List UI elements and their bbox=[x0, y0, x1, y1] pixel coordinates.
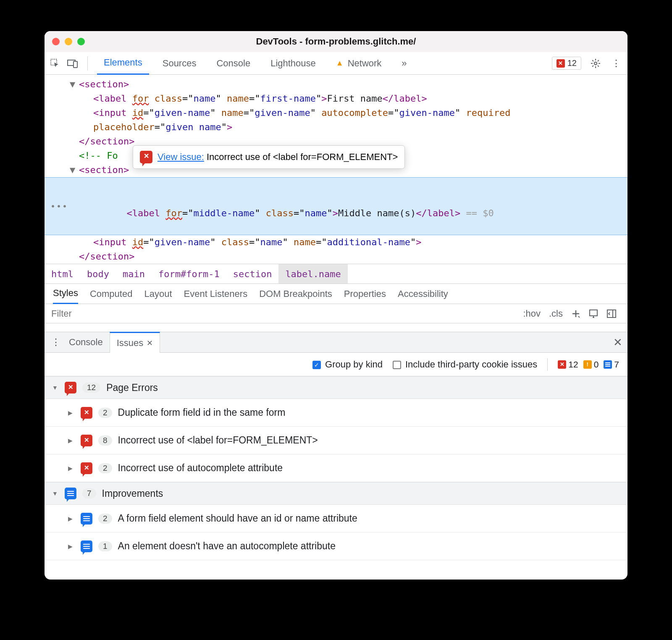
traffic-lights bbox=[52, 38, 85, 45]
dom-tree: ▼<section> <label for class="name" name=… bbox=[45, 75, 627, 264]
subtab-layout[interactable]: Layout bbox=[144, 284, 172, 304]
titlebar: DevTools - form-problems.glitch.me/ bbox=[45, 31, 627, 52]
issues-options: ✓Group by kind Include third-party cooki… bbox=[45, 353, 627, 376]
styles-filterbar: :hov .cls bbox=[45, 304, 627, 323]
error-icon: ✕ bbox=[81, 435, 92, 446]
error-icon: ✕ bbox=[81, 462, 92, 474]
close-window-icon[interactable] bbox=[52, 38, 60, 45]
tab-sources[interactable]: Sources bbox=[156, 52, 203, 75]
error-icon: ✕ bbox=[140, 151, 152, 163]
computed-panel-icon[interactable] bbox=[585, 309, 602, 318]
checkbox-unchecked-icon bbox=[393, 361, 401, 369]
chevron-down-icon[interactable]: ▼ bbox=[52, 490, 59, 497]
subtab-dom-breakpoints[interactable]: DOM Breakpoints bbox=[259, 284, 332, 304]
dom-node[interactable]: <input id="given-name" name="given-name"… bbox=[45, 106, 627, 120]
svg-rect-2 bbox=[74, 61, 77, 68]
third-party-cookies-checkbox[interactable]: Include third-party cookie issues bbox=[393, 359, 537, 370]
styles-tabbar: Styles Computed Layout Event Listeners D… bbox=[45, 284, 627, 304]
warning-icon: ! bbox=[583, 360, 592, 369]
category-page-errors[interactable]: ▼ ✕ 12 Page Errors bbox=[45, 376, 627, 399]
subtab-styles[interactable]: Styles bbox=[53, 284, 78, 304]
chevron-right-icon[interactable]: ▶ bbox=[68, 437, 75, 444]
issue-counts: ✕12 !0 7 bbox=[558, 359, 619, 370]
devtools-window: DevTools - form-problems.glitch.me/ Elem… bbox=[45, 31, 627, 580]
window-title: DevTools - form-problems.glitch.me/ bbox=[45, 36, 627, 47]
error-icon: ✕ bbox=[556, 59, 565, 68]
error-count-badge[interactable]: ✕ 12 bbox=[552, 57, 581, 70]
issue-tooltip: ✕ View issue: Incorrect use of <label fo… bbox=[133, 145, 405, 169]
tab-console[interactable]: Console bbox=[210, 52, 257, 75]
warning-icon: ▲ bbox=[336, 59, 344, 68]
toggle-sidebar-icon[interactable] bbox=[602, 309, 621, 318]
chevron-right-icon[interactable]: ▶ bbox=[68, 543, 75, 550]
dom-node-selected[interactable]: ••• <label for="middle-name" class="name… bbox=[45, 177, 627, 235]
hov-toggle[interactable]: :hov bbox=[519, 308, 545, 319]
selection-marker-icon: ••• bbox=[50, 178, 68, 235]
cls-toggle[interactable]: .cls bbox=[545, 308, 567, 319]
group-by-kind-checkbox[interactable]: ✓Group by kind bbox=[312, 359, 383, 370]
subtab-properties[interactable]: Properties bbox=[344, 284, 386, 304]
category-improvements[interactable]: ▼ 7 Improvements bbox=[45, 482, 627, 505]
issue-row[interactable]: ▶ ✕ 2 Duplicate form field id in the sam… bbox=[45, 399, 627, 427]
tab-lighthouse[interactable]: Lighthouse bbox=[264, 52, 323, 75]
dom-node[interactable]: <input id="given-name" class="name" name… bbox=[45, 235, 627, 249]
new-rule-icon[interactable] bbox=[567, 309, 585, 318]
drawer-tabbar: ⋮ Console Issues ✕ ✕ bbox=[45, 332, 627, 353]
issue-row[interactable]: ▶ ✕ 8 Incorrect use of <label for=FORM_E… bbox=[45, 427, 627, 454]
view-issue-link[interactable]: View issue: bbox=[158, 152, 204, 162]
info-icon bbox=[604, 360, 612, 369]
crumb-body[interactable]: body bbox=[80, 264, 116, 283]
chevron-right-icon[interactable]: ▶ bbox=[68, 409, 75, 416]
crumb-main[interactable]: main bbox=[116, 264, 152, 283]
crumb-label[interactable]: label.name bbox=[278, 264, 347, 283]
breadcrumbs: html body main form#form-1 section label… bbox=[45, 264, 627, 284]
chevron-down-icon[interactable]: ▼ bbox=[52, 384, 59, 391]
crumb-html[interactable]: html bbox=[45, 264, 80, 283]
subtab-event-listeners[interactable]: Event Listeners bbox=[184, 284, 248, 304]
inspect-element-icon[interactable] bbox=[50, 58, 60, 69]
minimize-window-icon[interactable] bbox=[65, 38, 72, 45]
chevron-right-icon[interactable]: ▶ bbox=[68, 465, 75, 472]
issue-row[interactable]: ▶ 1 An element doesn't have an autocompl… bbox=[45, 532, 627, 560]
crumb-section[interactable]: section bbox=[226, 264, 279, 283]
styles-filter-input[interactable] bbox=[51, 308, 519, 319]
improvement-icon bbox=[81, 540, 92, 552]
improvement-icon bbox=[81, 513, 92, 525]
device-toolbar-icon[interactable] bbox=[67, 58, 78, 69]
dom-node[interactable]: </section> bbox=[45, 249, 627, 264]
issue-row[interactable]: ▶ ✕ 2 Incorrect use of autocomplete attr… bbox=[45, 454, 627, 482]
issue-row[interactable]: ▶ 2 A form field element should have an … bbox=[45, 505, 627, 532]
error-icon: ✕ bbox=[65, 382, 76, 393]
svg-rect-4 bbox=[590, 310, 597, 316]
crumb-form[interactable]: form#form-1 bbox=[152, 264, 226, 283]
subtab-accessibility[interactable]: Accessibility bbox=[398, 284, 448, 304]
dom-node[interactable]: ▼<section> bbox=[45, 77, 627, 92]
issues-list: ▼ ✕ 12 Page Errors ▶ ✕ 2 Duplicate form … bbox=[45, 376, 627, 580]
drawer-tab-console[interactable]: Console bbox=[62, 332, 110, 353]
checkbox-checked-icon: ✓ bbox=[312, 361, 321, 369]
svg-point-3 bbox=[594, 62, 597, 64]
chevron-right-icon[interactable]: ▶ bbox=[68, 515, 75, 522]
drawer-kebab-icon[interactable]: ⋮ bbox=[50, 335, 62, 349]
settings-icon[interactable] bbox=[589, 57, 602, 70]
tab-network[interactable]: ▲Network bbox=[329, 52, 388, 75]
zoom-window-icon[interactable] bbox=[77, 38, 85, 45]
subtab-computed[interactable]: Computed bbox=[90, 284, 133, 304]
improvement-icon bbox=[65, 488, 76, 499]
more-tabs-icon[interactable]: » bbox=[395, 52, 413, 75]
close-tab-icon[interactable]: ✕ bbox=[147, 338, 153, 348]
kebab-menu-icon[interactable]: ⋮ bbox=[610, 56, 622, 71]
drawer-tab-issues[interactable]: Issues ✕ bbox=[110, 332, 160, 353]
main-tabbar: Elements Sources Console Lighthouse ▲Net… bbox=[45, 52, 627, 75]
dom-node[interactable]: <label for class="name" name="first-name… bbox=[45, 92, 627, 106]
dom-node[interactable]: placeholder="given name"> bbox=[45, 120, 627, 134]
error-icon: ✕ bbox=[558, 360, 566, 369]
tab-elements[interactable]: Elements bbox=[97, 52, 149, 75]
drawer-close-icon[interactable]: ✕ bbox=[613, 336, 622, 349]
error-icon: ✕ bbox=[81, 407, 92, 419]
